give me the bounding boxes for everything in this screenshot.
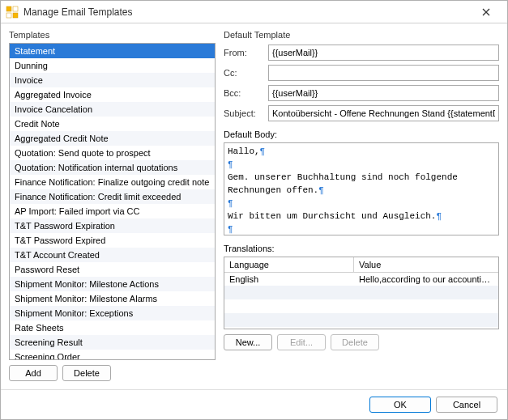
manage-templates-dialog: Manage Email Templates Templates Stateme… bbox=[0, 0, 508, 420]
ok-button[interactable]: OK bbox=[369, 397, 431, 413]
from-input[interactable] bbox=[268, 45, 499, 61]
detail-panel: Default Template From: Cc: Bcc: Subject:… bbox=[224, 30, 499, 381]
template-item[interactable]: T&T Password Expired bbox=[10, 233, 215, 248]
header-fields: From: Cc: Bcc: Subject: bbox=[224, 45, 499, 121]
bcc-input[interactable] bbox=[268, 85, 499, 101]
templates-list[interactable]: StatementDunningInvoiceAggregated Invoic… bbox=[9, 43, 216, 360]
template-item[interactable]: T&T Account Created bbox=[10, 248, 215, 262]
template-item[interactable]: Finance Notification: Credit limit excee… bbox=[10, 189, 215, 204]
template-item[interactable]: Screening Result bbox=[10, 335, 215, 350]
svg-rect-2 bbox=[6, 13, 11, 18]
template-item[interactable]: Aggregated Credit Note bbox=[10, 131, 215, 146]
col-language: Language bbox=[224, 257, 354, 272]
template-item[interactable]: Aggregated Invoice bbox=[10, 87, 215, 102]
svg-rect-3 bbox=[13, 13, 18, 18]
template-item[interactable]: Quotation: Send quote to prospect bbox=[10, 146, 215, 160]
from-label: From: bbox=[224, 48, 268, 57]
edit-translation-button[interactable]: Edit... bbox=[277, 334, 326, 350]
table-row bbox=[224, 299, 498, 313]
default-template-label: Default Template bbox=[224, 30, 499, 40]
translations-body: EnglishHello,according to our accounting… bbox=[224, 273, 498, 327]
cc-input[interactable] bbox=[268, 65, 499, 81]
template-item[interactable]: Dunning bbox=[10, 58, 215, 73]
translations-header: Language Value bbox=[224, 257, 498, 273]
template-item[interactable]: Invoice bbox=[10, 73, 215, 87]
body-textarea[interactable]: Hallo,¶ ¶ Gem. unserer Buchhaltung sind … bbox=[224, 142, 499, 235]
close-icon[interactable] bbox=[470, 2, 502, 23]
template-item[interactable]: T&T Password Expiration bbox=[10, 218, 215, 233]
dialog-content: Templates StatementDunningInvoiceAggrega… bbox=[1, 23, 507, 389]
templates-panel: Templates StatementDunningInvoiceAggrega… bbox=[9, 30, 216, 381]
translations-buttons: New... Edit... Delete bbox=[224, 334, 499, 350]
template-item[interactable]: Screening Order bbox=[10, 350, 215, 360]
app-icon bbox=[6, 6, 19, 19]
template-item[interactable]: Password Reset bbox=[10, 262, 215, 277]
titlebar: Manage Email Templates bbox=[1, 1, 507, 23]
svg-rect-0 bbox=[6, 6, 11, 11]
template-item[interactable]: Shipment Monitor: Exceptions bbox=[10, 306, 215, 320]
template-item[interactable]: Invoice Cancelation bbox=[10, 102, 215, 117]
subject-input[interactable] bbox=[268, 105, 499, 121]
translations-table[interactable]: Language Value EnglishHello,according to… bbox=[224, 257, 499, 329]
window-title: Manage Email Templates bbox=[23, 6, 470, 18]
template-item[interactable]: Finance Notification: Finalize outgoing … bbox=[10, 175, 215, 189]
translation-row[interactable]: EnglishHello,according to our accounting… bbox=[224, 273, 498, 286]
translations-label: Translations: bbox=[224, 244, 499, 253]
templates-label: Templates bbox=[9, 30, 216, 40]
template-item[interactable]: Quotation: Notification internal quotati… bbox=[10, 160, 215, 175]
col-value: Value bbox=[354, 257, 498, 272]
template-item[interactable]: Credit Note bbox=[10, 117, 215, 131]
template-item[interactable]: Rate Sheets bbox=[10, 320, 215, 335]
template-item[interactable]: AP Import: Failed import via CC bbox=[10, 204, 215, 218]
cc-label: Cc: bbox=[224, 68, 268, 78]
template-item[interactable]: Shipment Monitor: Milestone Actions bbox=[10, 277, 215, 291]
add-button[interactable]: Add bbox=[9, 365, 58, 381]
templates-buttons: Add Delete bbox=[9, 365, 216, 381]
template-item[interactable]: Statement bbox=[10, 44, 215, 58]
cancel-button[interactable]: Cancel bbox=[436, 397, 497, 413]
body-label: Default Body: bbox=[224, 129, 499, 139]
bcc-label: Bcc: bbox=[224, 88, 268, 98]
delete-button[interactable]: Delete bbox=[62, 365, 111, 381]
table-row bbox=[224, 313, 498, 327]
subject-label: Subject: bbox=[224, 108, 268, 118]
dialog-footer: OK Cancel bbox=[1, 389, 507, 419]
delete-translation-button[interactable]: Delete bbox=[331, 334, 379, 350]
table-row bbox=[224, 286, 498, 299]
new-translation-button[interactable]: New... bbox=[224, 334, 272, 350]
template-item[interactable]: Shipment Monitor: Milestone Alarms bbox=[10, 291, 215, 306]
svg-rect-1 bbox=[13, 6, 18, 11]
